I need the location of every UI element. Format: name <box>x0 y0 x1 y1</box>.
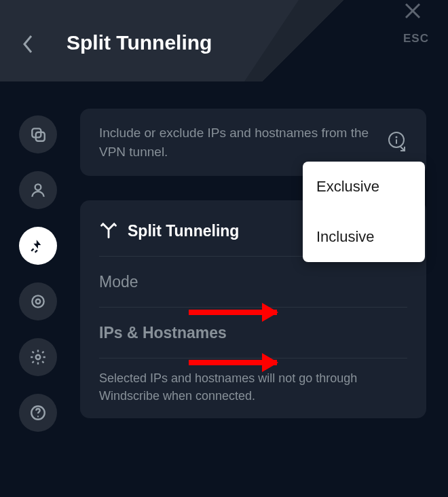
arrow-annotation <box>189 310 277 315</box>
dropdown-option-exclusive[interactable]: Exclusive <box>303 162 425 212</box>
svg-point-7 <box>36 355 41 360</box>
close-button[interactable] <box>402 0 424 22</box>
svg-point-4 <box>35 184 41 190</box>
sidebar-item-account[interactable] <box>19 171 57 209</box>
split-icon <box>99 220 118 242</box>
esc-label: ESC <box>403 32 429 45</box>
sidebar-item-robert[interactable] <box>19 282 57 320</box>
split-label: Split Tunneling <box>128 222 239 240</box>
sidebar-item-help[interactable] <box>19 394 57 432</box>
arrow-annotation <box>189 360 277 365</box>
svg-point-5 <box>32 295 43 307</box>
content: Include or exclude IPs and hostnames fro… <box>80 109 426 443</box>
sidebar-item-connection[interactable] <box>19 227 57 265</box>
svg-point-9 <box>37 416 39 417</box>
page-title: Split Tunneling <box>67 31 212 54</box>
header: Split Tunneling ESC <box>0 0 448 81</box>
sidebar-item-general[interactable] <box>19 115 57 153</box>
hint-text: Selected IPs and hostnames will not go t… <box>99 358 407 405</box>
sidebar-item-settings[interactable] <box>19 338 57 376</box>
info-icon[interactable] <box>386 130 407 155</box>
ips-row[interactable]: IPs & Hostnames <box>99 308 407 358</box>
info-text: Include or exclude IPs and hostnames fro… <box>99 124 373 161</box>
dropdown-option-inclusive[interactable]: Inclusive <box>303 212 425 262</box>
mode-row[interactable]: Mode <box>99 257 407 307</box>
sidebar <box>19 115 57 432</box>
ips-label: IPs & Hostnames <box>99 324 227 342</box>
mode-label: Mode <box>99 273 138 291</box>
svg-point-6 <box>36 299 41 304</box>
back-button[interactable] <box>22 34 34 54</box>
mode-dropdown: Exclusive Inclusive <box>303 162 425 262</box>
